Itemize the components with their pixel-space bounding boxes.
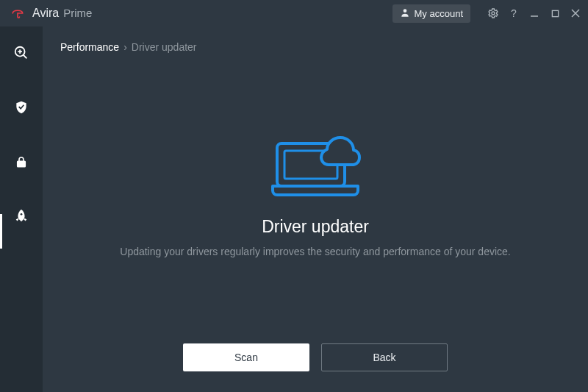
svg-point-1: [492, 12, 495, 15]
minimize-icon[interactable]: [528, 7, 541, 20]
svg-line-7: [24, 55, 27, 59]
action-bar: Scan Back: [60, 343, 570, 374]
my-account-button[interactable]: My account: [392, 4, 470, 23]
shield-icon: [14, 100, 29, 118]
svg-rect-10: [18, 161, 26, 167]
user-icon: [400, 7, 410, 20]
rocket-icon: [13, 208, 29, 227]
content-area: Performance › Driver updater Driver upda…: [43, 26, 588, 392]
page-title: Driver updater: [262, 217, 369, 237]
scan-button[interactable]: Scan: [183, 343, 309, 371]
svg-point-0: [403, 9, 406, 13]
my-account-label: My account: [415, 8, 463, 19]
svg-rect-3: [552, 10, 558, 16]
avira-logo-icon: [10, 6, 25, 21]
brand-name: Avira: [32, 7, 59, 20]
close-icon[interactable]: [569, 7, 582, 20]
maximize-icon[interactable]: [548, 7, 562, 20]
driver-updater-illustration: [264, 124, 367, 208]
sidebar-item-performance[interactable]: [0, 203, 43, 232]
svg-point-11: [21, 213, 23, 215]
page-subtitle: Updating your drivers regularly improves…: [120, 246, 510, 257]
brand: Avira Prime: [32, 7, 92, 20]
sidebar-item-status[interactable]: [0, 40, 43, 69]
lock-icon: [15, 155, 28, 171]
magnifier-icon: [13, 45, 29, 64]
settings-icon[interactable]: [487, 7, 500, 20]
help-icon[interactable]: ?: [507, 7, 520, 20]
titlebar: Avira Prime My account ?: [0, 0, 588, 26]
sidebar: [0, 26, 43, 392]
sidebar-item-security[interactable]: [0, 94, 43, 124]
back-button[interactable]: Back: [321, 343, 448, 371]
brand-tier: Prime: [63, 7, 92, 19]
sidebar-item-privacy[interactable]: [0, 149, 43, 178]
